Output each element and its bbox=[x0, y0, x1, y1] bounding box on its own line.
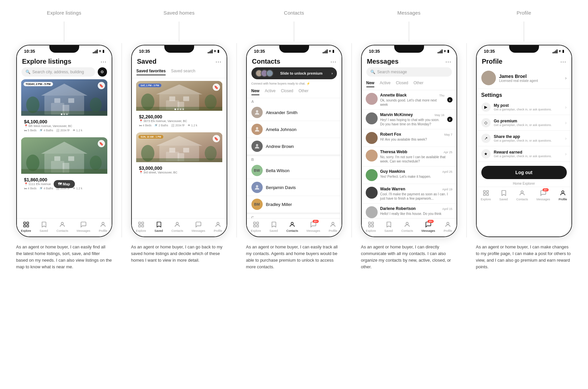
saved-card-2[interactable]: SUN, 10 AM - 1 PM 🔖 $3,000,000 📍 3rd str… bbox=[136, 132, 223, 178]
nav-item-profile[interactable]: Profile bbox=[214, 221, 222, 232]
nav-label: Messages bbox=[192, 229, 205, 232]
svg-rect-48 bbox=[138, 225, 140, 227]
nav-item-messages[interactable]: Messages bbox=[192, 221, 205, 232]
contact-row-amelia-johnson[interactable]: Amelia Johnson bbox=[247, 121, 342, 138]
filter-button[interactable]: ⚙ bbox=[98, 67, 107, 77]
nav-item-explore[interactable]: Explore bbox=[251, 221, 261, 232]
nav-item-contacts[interactable]: Contacts bbox=[286, 221, 298, 232]
profile-arrow[interactable]: › bbox=[565, 75, 567, 81]
nav-item-explore[interactable]: Explore bbox=[136, 221, 146, 232]
nav-item-messages[interactable]: Messages bbox=[77, 221, 90, 232]
more-options-button[interactable]: ⋯ bbox=[445, 58, 451, 65]
nav-item-profile[interactable]: Profile bbox=[559, 190, 567, 201]
phone-messages: 10:35 ▾ ▮ Messages ⋯ 🔍 bbox=[361, 45, 457, 237]
nav-item-messages[interactable]: 20+ Messages bbox=[307, 221, 320, 232]
more-options-button[interactable]: ⋯ bbox=[560, 58, 566, 65]
status-bar: 10:35 ▾ ▮ bbox=[17, 45, 112, 55]
listing-card-2[interactable]: 🔖 $1,860,000 📍 1111 Elv Avenue 🛏 4 Beds … bbox=[21, 137, 108, 193]
messages-tab-active[interactable]: Active bbox=[380, 81, 391, 87]
messages-list[interactable]: Annette Black Thu Ok, sounds good. Let's… bbox=[362, 90, 456, 218]
saved-card-1[interactable]: SAT, 1 PM - 3 PM 🔖 $2,260,000 📍 3673 Elv… bbox=[136, 81, 223, 130]
messages-tab-other[interactable]: Other bbox=[413, 81, 423, 87]
nav-item-saved[interactable]: Saved bbox=[499, 190, 508, 201]
more-options-button[interactable]: ⋯ bbox=[215, 58, 221, 65]
nav-item-saved[interactable]: Saved bbox=[384, 221, 393, 232]
nav-item-saved[interactable]: Saved bbox=[269, 221, 278, 232]
nav-item-messages[interactable]: 20+ Messages bbox=[422, 221, 435, 232]
save-button-2[interactable]: 🔖 bbox=[98, 140, 105, 147]
saved-address-2: 📍 3rd street, Vancouver, BC bbox=[139, 171, 219, 174]
tab-1[interactable]: Saved search bbox=[171, 69, 195, 75]
nav-item-contacts[interactable]: Contacts bbox=[401, 221, 413, 232]
nav-item-explore[interactable]: Explore bbox=[21, 221, 31, 232]
nav-item-profile[interactable]: Profile bbox=[444, 221, 452, 232]
search-bar[interactable]: 🔍 Search city, address, building bbox=[22, 67, 95, 77]
message-row-marvin-mckinney[interactable]: Marvin McKinney May 16 Hey! I was hoping… bbox=[362, 110, 456, 129]
contact-row-andrew-brown[interactable]: Andrew Brown bbox=[247, 138, 342, 155]
notch bbox=[279, 45, 309, 53]
time: 10:35 bbox=[24, 49, 35, 54]
contacts-tab-active[interactable]: Active bbox=[265, 89, 276, 95]
contacts-tab-closed[interactable]: Closed bbox=[281, 89, 293, 95]
message-row-theresa-webb[interactable]: Theresa Webb Apr 25 No, sorry. I'm not s… bbox=[362, 147, 456, 166]
message-row-darlene-robertson[interactable]: Darlene Robertson April 15 Hello! I real… bbox=[362, 204, 456, 218]
msg-date: April 25 bbox=[442, 170, 453, 173]
messages-tab-closed[interactable]: Closed bbox=[396, 81, 408, 87]
settings-row-reward-earned[interactable]: ★ Reward earned Get a gameplan, check in… bbox=[477, 146, 571, 162]
premium-bar[interactable]: Slide to unlock premium › bbox=[251, 67, 337, 79]
settings-row-my-post[interactable]: ▶ My post Get a gameplan, check in, or a… bbox=[477, 99, 571, 115]
nav-item-contacts[interactable]: Contacts bbox=[56, 221, 68, 232]
search-bar[interactable]: 🔍 Search message bbox=[366, 67, 452, 77]
saved-list[interactable]: SAT, 1 PM - 3 PM 🔖 $2,260,000 📍 3673 Elv… bbox=[132, 78, 227, 218]
save-icon-1[interactable]: 🔖 bbox=[213, 84, 220, 91]
listings-scroll[interactable]: TODAY, 2 PM - 5 PM 🔖 $4,100,000 📍 6th We… bbox=[17, 79, 112, 218]
nav-item-explore[interactable]: Explore bbox=[366, 221, 376, 232]
save-button-1[interactable]: 🔖 bbox=[98, 82, 105, 89]
saved-tag-1: SAT, 1 PM - 3 PM bbox=[138, 84, 162, 87]
contact-row-bradley-miller[interactable]: BM Bradley Miller bbox=[247, 196, 342, 213]
search-icon: 🔍 bbox=[370, 70, 375, 74]
contact-row-benjamin-davis[interactable]: Benjamin Davis bbox=[247, 179, 342, 196]
status-icons: ▾ ▮ bbox=[93, 49, 104, 53]
settings-row-share-the-app[interactable]: ↗ Share the app Get a gameplan, check in… bbox=[477, 131, 571, 146]
tab-0[interactable]: Saved favorites bbox=[136, 69, 166, 75]
listing-card-1[interactable]: TODAY, 2 PM - 5 PM 🔖 $4,100,000 📍 6th We… bbox=[21, 79, 108, 135]
svg-point-53 bbox=[256, 127, 258, 129]
nav-item-explore[interactable]: Explore bbox=[481, 190, 491, 201]
map-button[interactable]: 🗺 Map bbox=[53, 180, 75, 188]
nav-item-profile[interactable]: Profile bbox=[329, 221, 337, 232]
nav-item-contacts[interactable]: Contacts bbox=[516, 190, 528, 201]
nav-item-saved[interactable]: Saved bbox=[154, 221, 163, 232]
nav-label: Contacts bbox=[401, 229, 413, 232]
battery-icon: ▮ bbox=[102, 49, 104, 53]
svg-rect-47 bbox=[141, 222, 143, 224]
search-icon: 🔍 bbox=[26, 70, 30, 74]
nav-item-messages[interactable]: 20+ Messages bbox=[537, 190, 550, 201]
more-options-button[interactable]: ⋯ bbox=[100, 58, 106, 65]
screen-col-contacts: Contacts 10:35 ▾ ▮ Contacts ⋯ bbox=[243, 10, 346, 271]
messages-tab-new[interactable]: New bbox=[366, 81, 375, 87]
nav-item-profile[interactable]: Profile bbox=[99, 221, 107, 232]
message-row-annette-black[interactable]: Annette Black Thu Ok, sounds good. Let's… bbox=[362, 90, 456, 110]
logout-button[interactable]: Log out bbox=[481, 166, 567, 179]
signal-icon bbox=[208, 49, 213, 53]
contacts-list[interactable]: A Alexander Smith Amelia Johnson bbox=[247, 98, 342, 218]
message-row-guy-hawkins[interactable]: Guy Hawkins April 25 Yes! Perfect. Let's… bbox=[362, 166, 456, 184]
contact-row-bella-wilson[interactable]: BW Bella Wilson bbox=[247, 162, 342, 179]
message-row-robert-fox[interactable]: Robert Fox May 7 Hi! Are you available t… bbox=[362, 129, 456, 147]
msg-date: May 7 bbox=[444, 133, 453, 136]
settings-row-go-premium[interactable]: ◇ Go premium Get a gameplan, check in, o… bbox=[477, 115, 571, 131]
contacts-tab-other[interactable]: Other bbox=[298, 89, 308, 95]
contact-row-alexander-smith[interactable]: Alexander Smith bbox=[247, 104, 342, 121]
contacts-tab-new[interactable]: New bbox=[251, 89, 260, 95]
svg-point-74 bbox=[562, 191, 564, 193]
description-explore: As an agent or home buyer, I can easily … bbox=[16, 244, 112, 271]
svg-point-50 bbox=[176, 222, 179, 225]
message-row-wade-warren[interactable]: Wade Warren April 19 Cool. I'll make the… bbox=[362, 184, 456, 204]
more-options-button[interactable]: ⋯ bbox=[330, 58, 336, 65]
profile-row[interactable]: James Broel Licensed real estate agent › bbox=[477, 67, 571, 89]
contacts-tabs: NewActiveClosedOther bbox=[247, 87, 342, 98]
nav-item-contacts[interactable]: Contacts bbox=[171, 221, 183, 232]
nav-item-saved[interactable]: Saved bbox=[39, 221, 48, 232]
save-icon-2[interactable]: 🔖 bbox=[213, 135, 220, 142]
